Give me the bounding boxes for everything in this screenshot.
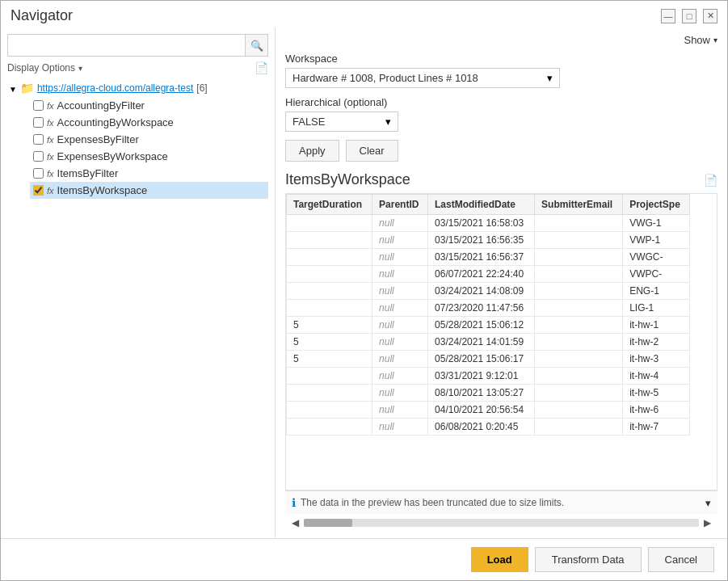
tree-item-label-0: AccountingByFilter	[57, 99, 145, 112]
table-row: null07/23/2020 11:47:56LIG-1	[287, 300, 690, 317]
tree-item-selected[interactable]: fx ItemsByWorkspace	[30, 182, 268, 199]
load-button[interactable]: Load	[471, 547, 528, 572]
workspace-select[interactable]: Hardware # 1008, Product Lines # 1018	[285, 68, 560, 88]
dialog-title: Navigator	[11, 7, 73, 24]
tree-item-checkbox-0[interactable]	[33, 100, 44, 111]
preview-file-icon[interactable]: 📄	[704, 174, 717, 187]
display-options-toggle[interactable]: Display Options ▾	[7, 62, 82, 74]
hierarchical-select[interactable]: FALSE	[285, 112, 398, 132]
cell-targetduration	[287, 419, 372, 436]
cell-date: 03/15/2021 16:58:03	[428, 215, 535, 232]
truncated-info: ℹ The data in the preview has been trunc…	[292, 496, 564, 509]
horizontal-scrollbar: ◀ ▶	[285, 514, 717, 532]
fx-icon-2: fx	[47, 135, 54, 145]
tree-item-checkbox-4[interactable]	[33, 168, 44, 179]
cell-date: 03/24/2021 14:01:59	[428, 334, 535, 351]
scrollbar-track[interactable]	[304, 519, 699, 527]
action-buttons: Apply Clear	[285, 140, 717, 162]
close-button[interactable]: ✕	[703, 9, 717, 23]
cell-date: 03/31/2021 9:12:01	[428, 368, 535, 385]
cell-parentid: null	[372, 419, 428, 436]
expand-icon	[9, 82, 17, 95]
cell-submitter	[535, 368, 623, 385]
tree-item-checkbox-3[interactable]	[33, 151, 44, 162]
cell-date: 08/10/2021 13:05:27	[428, 385, 535, 402]
show-button[interactable]: Show	[684, 34, 717, 46]
truncated-chevron-icon[interactable]	[705, 497, 711, 509]
cell-targetduration: 5	[287, 334, 372, 351]
cell-targetduration	[287, 402, 372, 419]
table-row: null03/15/2021 16:56:35VWP-1	[287, 232, 690, 249]
cell-targetduration	[287, 368, 372, 385]
clear-button[interactable]: Clear	[346, 140, 398, 162]
cell-submitter	[535, 266, 623, 283]
transform-button[interactable]: Transform Data	[535, 547, 642, 572]
data-table: TargetDuration ParentID LastModifiedDate…	[286, 194, 690, 436]
table-row: null08/10/2021 13:05:27it-hw-5	[287, 385, 690, 402]
folder-icon: 📁	[20, 82, 34, 95]
cell-project: it-hw-1	[623, 317, 690, 334]
col-header-targetduration: TargetDuration	[287, 195, 372, 215]
main-content: 🔍 Display Options ▾ 📄 📁 https://allegra-…	[1, 27, 727, 538]
cell-date: 03/15/2021 16:56:35	[428, 232, 535, 249]
restore-button[interactable]: □	[682, 9, 696, 23]
footer: Load Transform Data Cancel	[1, 538, 727, 580]
hierarchical-chevron-icon	[385, 116, 391, 128]
cell-date: 05/28/2021 15:06:12	[428, 317, 535, 334]
cell-targetduration	[287, 232, 372, 249]
navigator-dialog: Navigator — □ ✕ 🔍 Display Options ▾ 📄	[0, 0, 728, 581]
tree-item-label-4: ItemsByFilter	[57, 167, 119, 179]
table-body: null03/15/2021 16:58:03VWG-1null03/15/20…	[287, 215, 690, 436]
fx-icon-1: fx	[47, 118, 54, 128]
cell-targetduration	[287, 215, 372, 232]
tree-item[interactable]: fx AccountingByFilter	[30, 97, 268, 114]
scroll-left-button[interactable]: ◀	[292, 517, 299, 528]
cell-project: it-hw-6	[623, 402, 690, 419]
cell-parentid: null	[372, 266, 428, 283]
tree-item[interactable]: fx ExpensesByFilter	[30, 131, 268, 148]
table-wrapper[interactable]: TargetDuration ParentID LastModifiedDate…	[285, 193, 717, 490]
table-row: null04/10/2021 20:56:54it-hw-6	[287, 402, 690, 419]
table-header-row: TargetDuration ParentID LastModifiedDate…	[287, 195, 690, 215]
cell-parentid: null	[372, 283, 428, 300]
fx-icon-5: fx	[47, 186, 54, 196]
preview-title-bar: ItemsByWorkspace 📄	[285, 171, 717, 188]
tree-item-label-3: ExpensesByWorkspace	[57, 150, 168, 162]
cell-submitter	[535, 215, 623, 232]
table-row: null03/15/2021 16:58:03VWG-1	[287, 215, 690, 232]
tree-item-label-1: AccountingByWorkspace	[57, 116, 174, 128]
scroll-right-button[interactable]: ▶	[704, 517, 711, 528]
table-row: null03/24/2021 14:08:09ENG-1	[287, 283, 690, 300]
tree-item[interactable]: fx AccountingByWorkspace	[30, 114, 268, 131]
tree-item-checkbox-5[interactable]	[33, 185, 44, 196]
cell-submitter	[535, 334, 623, 351]
cell-submitter	[535, 283, 623, 300]
nav-file-icon[interactable]: 📄	[255, 61, 268, 74]
minimize-button[interactable]: —	[661, 9, 675, 23]
tree-item[interactable]: fx ItemsByFilter	[30, 165, 268, 182]
search-input[interactable]	[8, 36, 245, 55]
tree-item-checkbox-1[interactable]	[33, 117, 44, 128]
cell-project: it-hw-7	[623, 419, 690, 436]
tree-area: 📁 https://allegra-cloud.com/allegra-test…	[7, 79, 268, 532]
cell-project: LIG-1	[623, 300, 690, 317]
tree-root-url: https://allegra-cloud.com/allegra-test	[37, 82, 193, 94]
tree-item[interactable]: fx ExpensesByWorkspace	[30, 148, 268, 165]
workspace-chevron-icon	[547, 72, 553, 84]
scrollbar-thumb[interactable]	[304, 519, 352, 527]
table-row: null06/08/2021 0:20:45it-hw-7	[287, 419, 690, 436]
table-row: null06/07/2021 22:24:40VWPC-	[287, 266, 690, 283]
truncated-bar: ℹ The data in the preview has been trunc…	[285, 490, 717, 514]
apply-button[interactable]: Apply	[285, 140, 339, 162]
left-panel: 🔍 Display Options ▾ 📄 📁 https://allegra-…	[1, 27, 276, 538]
cancel-button[interactable]: Cancel	[648, 547, 714, 572]
cell-date: 03/15/2021 16:56:37	[428, 249, 535, 266]
search-box: 🔍	[7, 34, 268, 57]
tree-root[interactable]: 📁 https://allegra-cloud.com/allegra-test…	[7, 79, 268, 97]
fx-icon-4: fx	[47, 169, 54, 179]
tree-item-checkbox-2[interactable]	[33, 134, 44, 145]
fx-icon-3: fx	[47, 152, 54, 162]
search-icon-button[interactable]: 🔍	[245, 35, 267, 56]
display-options-bar: Display Options ▾ 📄	[7, 61, 268, 74]
table-row: null03/15/2021 16:56:37VWGC-	[287, 249, 690, 266]
